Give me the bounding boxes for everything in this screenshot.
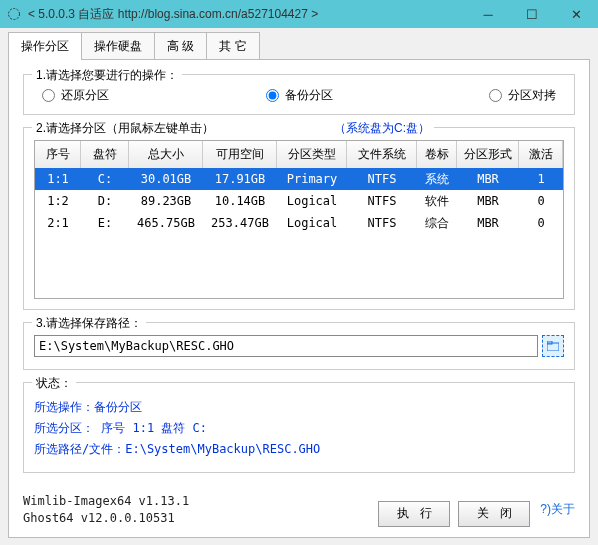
- col-drive[interactable]: 盘符: [81, 141, 129, 168]
- minimize-button[interactable]: ─: [466, 0, 510, 28]
- cell: 30.01GB: [129, 170, 203, 188]
- about-link[interactable]: ?)关于: [540, 501, 575, 518]
- radio-copy[interactable]: 分区对拷: [489, 87, 556, 104]
- cell: 0: [519, 214, 563, 232]
- radio-backup-label: 备份分区: [285, 87, 333, 104]
- radio-copy-label: 分区对拷: [508, 87, 556, 104]
- cell: MBR: [457, 192, 519, 210]
- status-path: 所选路径/文件：E:\System\MyBackup\RESC.GHO: [34, 441, 564, 458]
- radio-restore[interactable]: 还原分区: [42, 87, 109, 104]
- cell: NTFS: [347, 214, 417, 232]
- partition-group: 2.请选择分区（用鼠标左键单击）（系统盘为C:盘） 序号 盘符 总大小 可用空间…: [23, 127, 575, 310]
- cell: Logical: [277, 214, 347, 232]
- cell: 1: [519, 170, 563, 188]
- savepath-group: 3.请选择保存路径：: [23, 322, 575, 370]
- folder-icon: [547, 341, 559, 351]
- status-legend: 状态：: [32, 375, 76, 392]
- tab-advanced[interactable]: 高 级: [154, 32, 207, 60]
- cell: MBR: [457, 170, 519, 188]
- status-operation: 所选操作：备份分区: [34, 399, 564, 416]
- table-row[interactable]: 1:2D:89.23GB10.14GBLogicalNTFS软件MBR0: [35, 190, 563, 212]
- svg-point-0: [9, 9, 20, 20]
- cell: MBR: [457, 214, 519, 232]
- col-index[interactable]: 序号: [35, 141, 81, 168]
- table-row[interactable]: 2:1E:465.75GB253.47GBLogicalNTFS综合MBR0: [35, 212, 563, 234]
- footer: Wimlib-Imagex64 v1.13.1 Ghost64 v12.0.0.…: [23, 485, 575, 527]
- table-header: 序号 盘符 总大小 可用空间 分区类型 文件系统 卷标 分区形式 激活: [35, 141, 563, 168]
- operation-group: 1.请选择您要进行的操作： 还原分区 备份分区 分区对拷: [23, 74, 575, 115]
- radio-backup[interactable]: 备份分区: [266, 87, 333, 104]
- sysdisk-label: （系统盘为C:盘）: [334, 121, 430, 135]
- col-label[interactable]: 卷标: [417, 141, 457, 168]
- close-app-button[interactable]: 关 闭: [458, 501, 530, 527]
- close-button[interactable]: ✕: [554, 0, 598, 28]
- col-active[interactable]: 激活: [519, 141, 563, 168]
- maximize-button[interactable]: ☐: [510, 0, 554, 28]
- cell: 17.91GB: [203, 170, 277, 188]
- cell: NTFS: [347, 170, 417, 188]
- table-row[interactable]: 1:1C:30.01GB17.91GBPrimaryNTFS系统MBR1: [35, 168, 563, 190]
- version-wimlib: Wimlib-Imagex64 v1.13.1: [23, 493, 370, 510]
- window-title: < 5.0.0.3 自适应 http://blog.sina.com.cn/a5…: [28, 6, 466, 23]
- tab-other[interactable]: 其 它: [206, 32, 259, 60]
- cell: 0: [519, 192, 563, 210]
- cell: 系统: [417, 169, 457, 190]
- version-ghost: Ghost64 v12.0.0.10531: [23, 510, 370, 527]
- cell: E:: [81, 214, 129, 232]
- cell: 1:1: [35, 170, 81, 188]
- status-group: 状态： 所选操作：备份分区 所选分区： 序号 1:1 盘符 C: 所选路径/文件…: [23, 382, 575, 473]
- cell: 89.23GB: [129, 192, 203, 210]
- cell: 253.47GB: [203, 214, 277, 232]
- status-partition: 所选分区： 序号 1:1 盘符 C:: [34, 420, 564, 437]
- tab-partition[interactable]: 操作分区: [8, 32, 82, 60]
- browse-button[interactable]: [542, 335, 564, 357]
- execute-button[interactable]: 执 行: [378, 501, 450, 527]
- savepath-legend: 3.请选择保存路径：: [32, 315, 146, 332]
- path-input[interactable]: [34, 335, 538, 357]
- cell: 10.14GB: [203, 192, 277, 210]
- cell: Primary: [277, 170, 347, 188]
- tab-page: 1.请选择您要进行的操作： 还原分区 备份分区 分区对拷 2.请选择分区（用鼠标…: [8, 59, 590, 538]
- version-info: Wimlib-Imagex64 v1.13.1 Ghost64 v12.0.0.…: [23, 493, 370, 527]
- cell: NTFS: [347, 192, 417, 210]
- tab-disk[interactable]: 操作硬盘: [81, 32, 155, 60]
- col-scheme[interactable]: 分区形式: [457, 141, 519, 168]
- cell: Logical: [277, 192, 347, 210]
- app-icon: [6, 6, 22, 22]
- radio-restore-label: 还原分区: [61, 87, 109, 104]
- tab-bar: 操作分区 操作硬盘 高 级 其 它: [8, 32, 590, 60]
- cell: 软件: [417, 191, 457, 212]
- col-fs[interactable]: 文件系统: [347, 141, 417, 168]
- cell: C:: [81, 170, 129, 188]
- cell: 2:1: [35, 214, 81, 232]
- col-type[interactable]: 分区类型: [277, 141, 347, 168]
- operation-legend: 1.请选择您要进行的操作：: [32, 67, 182, 84]
- cell: 465.75GB: [129, 214, 203, 232]
- cell: 1:2: [35, 192, 81, 210]
- col-total[interactable]: 总大小: [129, 141, 203, 168]
- partition-legend: 2.请选择分区（用鼠标左键单击）（系统盘为C:盘）: [32, 120, 434, 137]
- titlebar[interactable]: < 5.0.0.3 自适应 http://blog.sina.com.cn/a5…: [0, 0, 598, 28]
- cell: D:: [81, 192, 129, 210]
- cell: 综合: [417, 213, 457, 234]
- col-free[interactable]: 可用空间: [203, 141, 277, 168]
- partition-table: 序号 盘符 总大小 可用空间 分区类型 文件系统 卷标 分区形式 激活 1:1C…: [34, 140, 564, 299]
